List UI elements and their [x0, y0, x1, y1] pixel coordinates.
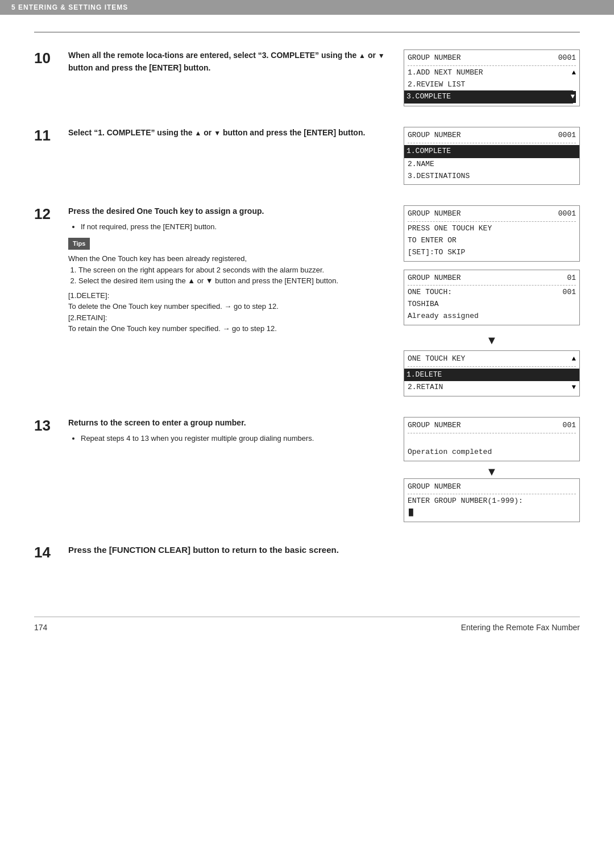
- lcd-s2-value: 01: [567, 272, 576, 284]
- footer-page-number: 174: [34, 623, 47, 632]
- lcd-s2-r1v: 001: [563, 287, 576, 299]
- lcd-row1-highlighted: 1.COMPLETE: [404, 145, 579, 158]
- tips-retain-label: [2.RETAIN]:: [68, 312, 392, 324]
- lcd-s3-up: ▲: [572, 354, 576, 365]
- step-12-row: 12 Press the desired One Touch key to as…: [34, 205, 580, 401]
- step-12-lcd1: GROUP NUMBER 0001 PRESS ONE TOUCH KEY TO…: [404, 205, 580, 261]
- step-10-lcd: GROUP NUMBER 0001 1.ADD NEXT NUMBER ▲ 2.…: [404, 49, 580, 106]
- step-13-main: Returns to the screen to enter a group n…: [68, 418, 246, 427]
- step-12-screens: GROUP NUMBER 0001 PRESS ONE TOUCH KEY TO…: [404, 205, 580, 401]
- lcd-s1-r1: PRESS ONE TOUCH KEY: [408, 223, 576, 235]
- step-10-row: 10 When all the remote loca-tions are en…: [34, 49, 580, 111]
- down-arrow-icon: ▼: [378, 52, 385, 60]
- tips-retain-text: To retain the One Touch key number speci…: [68, 323, 392, 334]
- tips-delete-text: To delete the One Touch key number speci…: [68, 301, 392, 312]
- step-13-lcd1: GROUP NUMBER 001 Operation completed: [404, 417, 580, 461]
- step-11-lcd: GROUP NUMBER 0001 1.COMPLETE 2.NAME 3.DE…: [404, 127, 580, 185]
- lcd-s3-r1-highlighted: 1.DELETE: [404, 369, 579, 382]
- step-12-lcd3: ONE TOUCH KEY ▲ 1.DELETE 2.RETAIN ▼: [404, 350, 580, 396]
- step-12-number: 12: [34, 205, 57, 221]
- lcd-s1-value: 0001: [558, 208, 576, 220]
- tips-list: The screen on the right appears for abou…: [78, 264, 392, 287]
- lcd-13-s2-header: GROUP NUMBER: [408, 481, 461, 493]
- step-13-sub: Repeat steps 4 to 13 when you register m…: [81, 433, 392, 444]
- lcd-down-arrow: ▼: [570, 91, 576, 103]
- step-10-text: When all the remote loca-tions are enter…: [68, 49, 392, 74]
- step-13-number: 13: [34, 417, 57, 433]
- step-14-number: 14: [34, 544, 57, 560]
- step-13-row: 13 Returns to the screen to enter a grou…: [34, 417, 580, 527]
- lcd-13-s1-header: GROUP NUMBER: [408, 420, 461, 432]
- lcd-header-label: GROUP NUMBER: [408, 130, 461, 142]
- step-12-lcd2: GROUP NUMBER 01 ONE TOUCH: 001 TOSHIBA A…: [404, 270, 580, 325]
- step-10-number: 10: [34, 49, 57, 65]
- step-13-down-arrow: ▼: [404, 466, 580, 477]
- lcd-up-arrow: ▲: [572, 68, 576, 78]
- lcd-13-s2-r1: ENTER GROUP NUMBER(1-999):: [408, 495, 576, 507]
- header-label: 5 ENTERING & SETTING ITEMS: [11, 3, 128, 11]
- lcd-s3-r2: 2.RETAIN: [408, 382, 443, 394]
- step-13-lcd2: GROUP NUMBER ENTER GROUP NUMBER(1-999): …: [404, 478, 580, 522]
- lcd-header-value: 0001: [558, 130, 576, 142]
- page-header: 5 ENTERING & SETTING ITEMS: [0, 0, 614, 15]
- main-content: 10 When all the remote loca-tions are en…: [0, 15, 614, 605]
- step-12-down-arrow: ▼: [404, 334, 580, 346]
- tips-list-item-2: Select the desired item using the ▲ or ▼…: [78, 275, 392, 287]
- lcd-s3-down: ▼: [572, 382, 576, 393]
- step-14-text: Press the [FUNCTION CLEAR] button to ret…: [68, 544, 339, 557]
- tips-text: When the One Touch key has been already …: [68, 253, 392, 334]
- lcd-header-label: GROUP NUMBER: [408, 52, 461, 64]
- lcd-13-s1-r2: Operation completed: [408, 447, 576, 458]
- lcd-13-s1-blank: [408, 435, 576, 447]
- step-11-screen: GROUP NUMBER 0001 1.COMPLETE 2.NAME 3.DE…: [404, 127, 580, 189]
- lcd-row3: 3.DESTINATIONS: [408, 171, 576, 183]
- lcd-s1-header: GROUP NUMBER: [408, 208, 461, 220]
- lcd-row2: 2.NAME: [408, 159, 576, 171]
- tips-label: Tips: [68, 238, 90, 250]
- lcd-row3-highlighted: 3.COMPLETE: [404, 90, 573, 104]
- lcd-s2-r2: TOSHIBA: [408, 299, 576, 311]
- tips-list-item-1: The screen on the right appears for abou…: [78, 264, 392, 276]
- tips-extra: [1.DELETE]: To delete the One Touch key …: [68, 290, 392, 334]
- step-12-subbullets: If not required, press the [ENTER] butto…: [68, 221, 392, 233]
- lcd-s1-r2: TO ENTER OR: [408, 235, 576, 247]
- top-divider: [34, 32, 580, 32]
- tips-intro: When the One Touch key has been already …: [68, 253, 392, 264]
- step-13-text: Returns to the screen to enter a group n…: [68, 417, 392, 444]
- footer-page-label: Entering the Remote Fax Number: [461, 623, 580, 632]
- lcd-s2-header: GROUP NUMBER: [408, 272, 461, 284]
- up-arrow-icon: ▲: [359, 52, 366, 60]
- step-11-row: 11 Select “1. COMPLETE” using the ▲ or ▼…: [34, 127, 580, 189]
- lcd-header-value: 0001: [558, 52, 576, 64]
- lcd-row1: 1.ADD NEXT NUMBER: [408, 67, 483, 79]
- step-11-number: 11: [34, 127, 57, 143]
- lcd-13-s2-cursor: █: [409, 507, 413, 519]
- tips-box: Tips When the One Touch key has been alr…: [68, 237, 392, 334]
- lcd-row2: 2.REVIEW LIST: [408, 79, 576, 91]
- lcd-s1-r3: [SET]:TO SKIP: [408, 247, 576, 259]
- step-12-main: Press the desired One Touch key to assig…: [68, 206, 264, 216]
- lcd-s2-r1: ONE TOUCH:: [408, 287, 452, 299]
- down-arrow-icon2: ▼: [214, 129, 221, 137]
- step-13-subbullets: Repeat steps 4 to 13 when you register m…: [68, 433, 392, 444]
- lcd-s3-header: ONE TOUCH KEY: [408, 353, 465, 365]
- lcd-13-s1-value: 001: [563, 420, 576, 432]
- lcd-s2-r3: Already assigned: [408, 311, 576, 323]
- step-14-row: 14 Press the [FUNCTION CLEAR] button to …: [34, 544, 580, 560]
- step-13-screens: GROUP NUMBER 001 Operation completed ▼ G…: [404, 417, 580, 527]
- tips-delete-label: [1.DELETE]:: [68, 290, 392, 301]
- step-12-text: Press the desired One Touch key to assig…: [68, 205, 392, 338]
- page-footer: 174 Entering the Remote Fax Number: [34, 617, 580, 632]
- up-arrow-icon2: ▲: [194, 129, 201, 137]
- step-10-screen: GROUP NUMBER 0001 1.ADD NEXT NUMBER ▲ 2.…: [404, 49, 580, 111]
- step-12-sub: If not required, press the [ENTER] butto…: [81, 221, 392, 233]
- step-11-text: Select “1. COMPLETE” using the ▲ or ▼ bu…: [68, 127, 392, 139]
